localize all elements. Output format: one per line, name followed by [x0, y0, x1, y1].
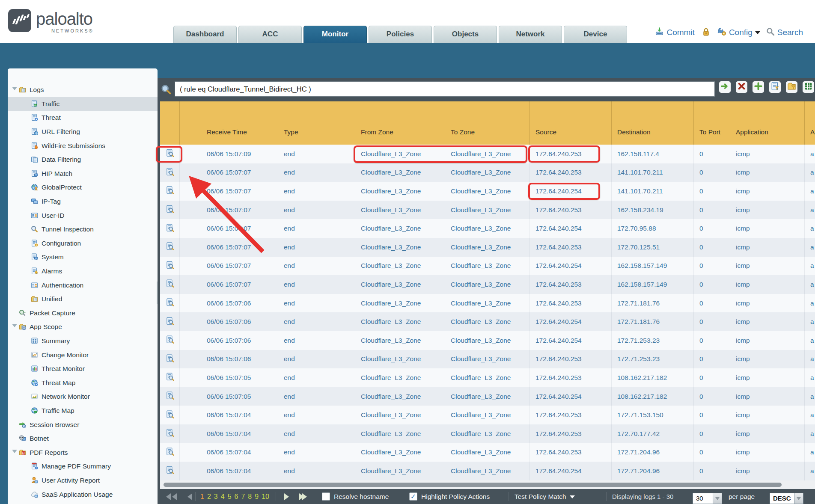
- to-zone-cell[interactable]: Cloudflare_L3_Zone: [445, 182, 530, 201]
- sidebar-item-configuration[interactable]: Configuration: [8, 237, 158, 251]
- application-cell[interactable]: icmp: [730, 350, 805, 369]
- column-header-to-port[interactable]: To Port: [694, 101, 730, 145]
- sidebar-item-app-scope[interactable]: App Scope: [8, 320, 158, 334]
- source-cell[interactable]: 172.64.240.254: [530, 387, 612, 406]
- sidebar-item-user-id[interactable]: User-ID: [8, 208, 158, 222]
- page-number-4[interactable]: 4: [221, 493, 225, 501]
- destination-cell[interactable]: 108.162.217.182: [612, 387, 694, 406]
- log-detail-button[interactable]: [160, 163, 180, 182]
- to-port-cell[interactable]: 0: [694, 145, 730, 163]
- application-cell[interactable]: icmp: [730, 406, 805, 424]
- log-detail-button[interactable]: [160, 182, 180, 201]
- from-zone-cell[interactable]: Cloudflare_L3_Zone: [355, 312, 445, 331]
- destination-cell[interactable]: 172.70.95.88: [612, 219, 694, 238]
- expander-icon[interactable]: [10, 450, 19, 456]
- to-port-cell[interactable]: 0: [694, 257, 730, 276]
- per-page-dropdown-button[interactable]: [713, 493, 722, 504]
- column-header-to-zone[interactable]: To Zone: [445, 101, 530, 145]
- to-port-cell[interactable]: 0: [694, 387, 730, 406]
- next-page-button[interactable]: [284, 493, 292, 500]
- source-cell[interactable]: 172.64.240.254: [530, 462, 612, 480]
- destination-cell[interactable]: 141.101.70.211: [612, 163, 694, 182]
- page-number-2[interactable]: 2: [207, 493, 211, 501]
- application-cell[interactable]: icmp: [730, 238, 805, 257]
- log-detail-button[interactable]: [160, 331, 180, 350]
- application-cell[interactable]: icmp: [730, 424, 805, 443]
- from-zone-cell[interactable]: Cloudflare_L3_Zone: [355, 350, 445, 369]
- source-cell[interactable]: 172.64.240.254: [530, 219, 612, 238]
- from-zone-cell[interactable]: Cloudflare_L3_Zone: [355, 201, 445, 219]
- application-cell[interactable]: icmp: [730, 145, 805, 163]
- page-number-6[interactable]: 6: [235, 493, 238, 501]
- to-zone-cell[interactable]: Cloudflare_L3_Zone: [445, 145, 530, 163]
- application-cell[interactable]: icmp: [730, 294, 805, 313]
- tab-acc[interactable]: ACC: [238, 26, 302, 43]
- application-cell[interactable]: icmp: [730, 443, 805, 462]
- to-zone-cell[interactable]: Cloudflare_L3_Zone: [445, 257, 530, 276]
- application-cell[interactable]: icmp: [730, 201, 805, 219]
- log-detail-button[interactable]: [160, 312, 180, 331]
- sidebar-item-saas-application-usage[interactable]: SaaS Application Usage: [8, 487, 158, 501]
- from-zone-cell[interactable]: Cloudflare_L3_Zone: [355, 294, 445, 313]
- destination-cell[interactable]: 172.70.177.42: [612, 424, 694, 443]
- log-detail-button[interactable]: [160, 257, 180, 276]
- column-header-application[interactable]: Application: [730, 101, 805, 145]
- to-zone-cell[interactable]: Cloudflare_L3_Zone: [445, 331, 530, 350]
- to-zone-cell[interactable]: Cloudflare_L3_Zone: [445, 219, 530, 238]
- to-port-cell[interactable]: 0: [694, 182, 730, 201]
- application-cell[interactable]: icmp: [730, 275, 805, 294]
- application-cell[interactable]: icmp: [730, 312, 805, 331]
- to-port-cell[interactable]: 0: [694, 443, 730, 462]
- sidebar-item-traffic[interactable]: Traffic: [8, 97, 158, 111]
- source-cell[interactable]: 172.64.240.253: [530, 201, 612, 219]
- from-zone-cell[interactable]: Cloudflare_L3_Zone: [355, 443, 445, 462]
- destination-cell[interactable]: 162.158.117.4: [612, 145, 694, 163]
- clear-filter-button[interactable]: [736, 81, 747, 93]
- to-zone-cell[interactable]: Cloudflare_L3_Zone: [445, 368, 530, 387]
- source-cell[interactable]: 172.64.240.253: [530, 163, 612, 182]
- to-zone-cell[interactable]: Cloudflare_L3_Zone: [445, 238, 530, 257]
- sidebar-item-user-activity-report[interactable]: User Activity Report: [8, 474, 158, 488]
- source-cell[interactable]: 172.64.240.253: [530, 443, 612, 462]
- to-zone-cell[interactable]: Cloudflare_L3_Zone: [445, 350, 530, 369]
- application-cell[interactable]: icmp: [730, 257, 805, 276]
- to-zone-cell[interactable]: Cloudflare_L3_Zone: [445, 424, 530, 443]
- log-detail-button[interactable]: [160, 424, 180, 443]
- destination-cell[interactable]: 172.70.125.51: [612, 238, 694, 257]
- tab-monitor[interactable]: Monitor: [303, 26, 367, 43]
- log-detail-button[interactable]: [160, 350, 180, 369]
- to-port-cell[interactable]: 0: [694, 238, 730, 257]
- sidebar-item-url-filtering[interactable]: URL Filtering: [8, 125, 158, 139]
- to-port-cell[interactable]: 0: [694, 350, 730, 369]
- to-port-cell[interactable]: 0: [694, 294, 730, 313]
- sidebar-item-threat-map[interactable]: Threat Map: [8, 376, 158, 390]
- page-number-7[interactable]: 7: [241, 493, 245, 501]
- sidebar-item-alarms[interactable]: Alarms: [8, 264, 158, 279]
- from-zone-cell[interactable]: Cloudflare_L3_Zone: [355, 424, 445, 443]
- destination-cell[interactable]: 172.71.253.23: [612, 350, 694, 369]
- log-detail-button[interactable]: [160, 406, 180, 424]
- to-zone-cell[interactable]: Cloudflare_L3_Zone: [445, 275, 530, 294]
- page-number-5[interactable]: 5: [228, 493, 232, 501]
- sidebar-item-botnet[interactable]: Botnet: [8, 432, 158, 446]
- log-detail-button[interactable]: [160, 387, 180, 406]
- tab-device[interactable]: Device: [564, 26, 627, 43]
- destination-cell[interactable]: 141.101.70.211: [612, 182, 694, 201]
- to-zone-cell[interactable]: Cloudflare_L3_Zone: [445, 462, 530, 480]
- from-zone-cell[interactable]: Cloudflare_L3_Zone: [355, 387, 445, 406]
- search-button[interactable]: Search: [766, 27, 803, 38]
- to-zone-cell[interactable]: Cloudflare_L3_Zone: [445, 387, 530, 406]
- sidebar-item-globalprotect[interactable]: GlobalProtect: [8, 181, 158, 195]
- to-port-cell[interactable]: 0: [694, 275, 730, 294]
- log-detail-button[interactable]: [160, 238, 180, 257]
- log-detail-button[interactable]: [160, 368, 180, 387]
- sidebar-item-ip-tag[interactable]: IP-Tag: [8, 195, 158, 209]
- log-detail-button[interactable]: [160, 201, 180, 219]
- sidebar-item-packet-capture[interactable]: Packet Capture: [8, 306, 158, 320]
- destination-cell[interactable]: 172.71.153.150: [612, 406, 694, 424]
- sidebar-item-wildfire-submissions[interactable]: WildFire Submissions: [8, 139, 158, 153]
- source-cell[interactable]: 172.64.240.253: [530, 424, 612, 443]
- sidebar-item-authentication[interactable]: Authentication: [8, 278, 158, 292]
- to-zone-cell[interactable]: Cloudflare_L3_Zone: [445, 312, 530, 331]
- destination-cell[interactable]: 172.71.181.76: [612, 312, 694, 331]
